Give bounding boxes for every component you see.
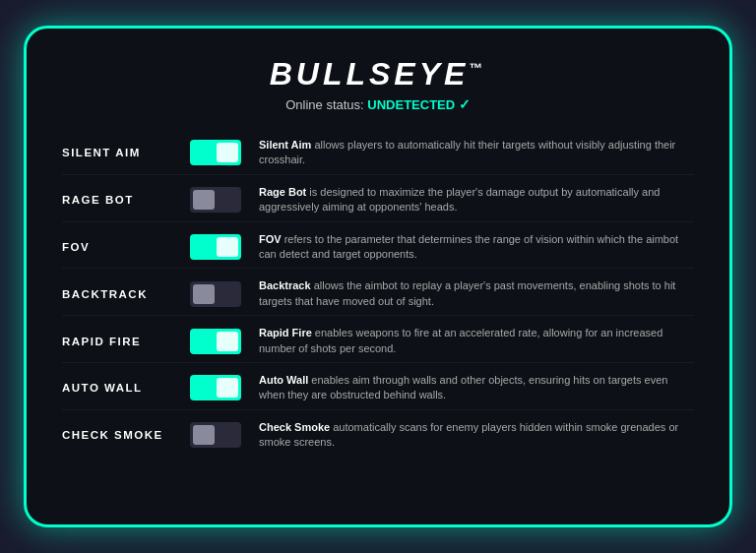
feature-description: Silent Aim allows players to automatical…	[259, 138, 694, 168]
toggle-knob	[193, 190, 215, 210]
toggle-auto-wall[interactable]	[190, 375, 241, 400]
app-header: BULLSEYE™ Online status: UNDETECTED ✓	[62, 56, 694, 112]
feature-row: BACKTRACKBacktrack allows the aimbot to …	[62, 273, 694, 316]
feature-description: Rage Bot is designed to maximize the pla…	[259, 185, 694, 215]
feature-row: AUTO WALLAuto Wall enables aim through w…	[62, 367, 694, 410]
feature-name: AUTO WALL	[62, 382, 190, 394]
toggle-silent-aim[interactable]	[190, 140, 241, 165]
status-value: UNDETECTED ✓	[367, 97, 470, 112]
feature-description: FOV refers to the parameter that determi…	[259, 232, 694, 263]
toggle-check-smoke[interactable]	[190, 422, 241, 448]
feature-description: Check Smoke automatically scans for enem…	[259, 420, 694, 451]
feature-row: CHECK SMOKECheck Smoke automatically sca…	[62, 414, 694, 457]
feature-description: Auto Wall enables aim through walls and …	[259, 373, 694, 403]
toggle-backtrack[interactable]	[190, 281, 241, 307]
feature-row: RAGE BOTRage Bot is designed to maximize…	[62, 179, 694, 222]
app-container: BULLSEYE™ Online status: UNDETECTED ✓ SI…	[24, 26, 732, 527]
feature-name: SILENT AIM	[62, 147, 190, 158]
toggle-knob	[217, 332, 238, 351]
toggle-knob	[193, 284, 215, 304]
toggle-knob	[217, 143, 238, 162]
toggle-rage-bot[interactable]	[190, 187, 241, 213]
feature-name: FOV	[62, 241, 190, 253]
feature-row: SILENT AIMSilent Aim allows players to a…	[62, 132, 694, 175]
feature-description: Rapid Fire enables weapons to fire at an…	[259, 326, 694, 356]
toggle-knob	[217, 378, 238, 398]
toggle-fov[interactable]	[190, 234, 241, 260]
feature-name: BACKTRACK	[62, 288, 190, 300]
status-label: Online status:	[285, 97, 364, 112]
feature-row: RAPID FIRERapid Fire enables weapons to …	[62, 320, 694, 363]
toggle-knob	[193, 425, 215, 445]
app-logo: BULLSEYE™	[62, 56, 694, 92]
toggle-knob	[217, 237, 238, 257]
feature-name: RAPID FIRE	[62, 336, 190, 347]
feature-name: RAGE BOT	[62, 194, 190, 206]
feature-row: FOVFOV refers to the parameter that dete…	[62, 226, 694, 270]
status-checkmark: ✓	[459, 96, 471, 112]
toggle-rapid-fire[interactable]	[190, 329, 241, 354]
feature-name: CHECK SMOKE	[62, 429, 190, 441]
features-list: SILENT AIMSilent Aim allows players to a…	[62, 132, 694, 456]
status-line: Online status: UNDETECTED ✓	[62, 96, 694, 112]
feature-description: Backtrack allows the aimbot to replay a …	[259, 278, 694, 309]
